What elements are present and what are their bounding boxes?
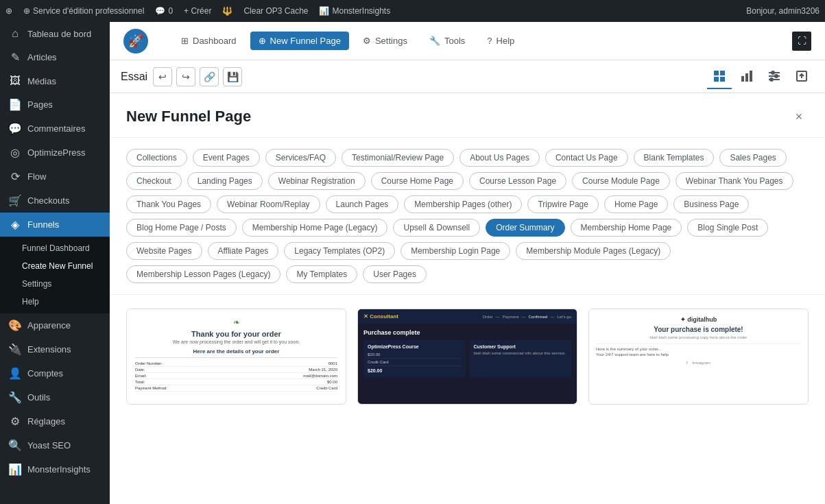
sidebar-submenu-help[interactable]: Help	[0, 293, 110, 311]
plugin-nav-create-new-funnel[interactable]: ⊕ New Funnel Page	[250, 32, 349, 50]
sidebar-item-reglages[interactable]: ⚙ Réglages	[0, 409, 110, 433]
filter-tag-event-pages[interactable]: Event Pages	[193, 149, 260, 167]
outils-icon: 🔧	[8, 391, 22, 404]
sidebar-item-optimizepress[interactable]: ◎ OptimizePress	[0, 141, 110, 165]
filter-tag-affiliate[interactable]: Affliate Pages	[208, 242, 279, 260]
filter-tag-launch-pages[interactable]: Launch Pages	[326, 195, 399, 213]
admin-bar-user[interactable]: Bonjour, admin3206	[746, 6, 820, 16]
admin-bar-create[interactable]: + Créer	[184, 6, 211, 16]
filter-tag-order-summary[interactable]: Order Summary	[486, 219, 564, 237]
sidebar-item-apparence[interactable]: 🎨 Apparence	[0, 313, 110, 337]
sidebar-item-checkouts[interactable]: 🛒 Checkouts	[0, 189, 110, 213]
admin-bar-monsterinsights[interactable]: 📊 MonsterInsights	[319, 6, 390, 16]
filter-tag-website-pages[interactable]: Website Pages	[126, 242, 202, 260]
tpl2-headline: Purchase complete	[363, 329, 571, 336]
filter-tag-home-page[interactable]: Home Page	[604, 195, 668, 213]
filter-tag-thank-you[interactable]: Thank You Pages	[126, 195, 211, 213]
undo-button[interactable]: ↩	[153, 67, 172, 86]
filter-tag-membership-home[interactable]: Membership Home Page	[571, 219, 682, 237]
admin-bar-comments[interactable]: 💬 0	[155, 6, 173, 16]
sidebar-item-flow[interactable]: ⟳ Flow	[0, 165, 110, 189]
tpl2-col-left: OptimizePress Course $20.00 Credit Card …	[363, 340, 466, 377]
filter-tag-course-module[interactable]: Course Module Page	[572, 172, 670, 190]
svg-point-10	[772, 71, 774, 74]
modal-title: New Funnel Page	[126, 108, 251, 125]
filter-tag-tripwire[interactable]: Tripwire Page	[527, 195, 599, 213]
sidebar-item-outils[interactable]: 🔧 Outils	[0, 385, 110, 409]
filter-tag-membership-module[interactable]: Membership Module Pages (Legacy)	[516, 242, 671, 260]
filter-tag-checkout[interactable]: Checkout	[126, 172, 182, 190]
sidebar-item-funnels[interactable]: ◈ Funnels	[0, 213, 110, 237]
admin-bar-site-icon[interactable]: ⊕	[5, 6, 12, 16]
save-button[interactable]: 💾	[223, 67, 242, 86]
filter-tag-webinar-registration[interactable]: Webinar Registration	[268, 172, 366, 190]
sidebar-item-comptes[interactable]: 👤 Comptes	[0, 361, 110, 385]
template-card-1[interactable]: ❧ Thank you for your order We are now pr…	[126, 309, 346, 405]
filter-tag-blog-single[interactable]: Blog Single Post	[687, 219, 768, 237]
filter-tag-landing-pages[interactable]: Landing Pages	[187, 172, 263, 190]
page-tab-sliders[interactable]	[762, 64, 787, 89]
filter-tag-testimonial[interactable]: Testimonial/Review Page	[342, 149, 454, 167]
link-button[interactable]: 🔗	[200, 67, 219, 86]
plugin-nav-help[interactable]: ? Help	[479, 32, 523, 50]
sidebar-item-extensions[interactable]: 🔌 Extensions	[0, 337, 110, 361]
admin-bar-op[interactable]: 🔱	[222, 6, 232, 16]
plugin-nav-tools[interactable]: 🔧 Tools	[421, 32, 473, 50]
filter-tag-blank-templates[interactable]: Blank Templates	[634, 149, 715, 167]
medias-icon: 🖼	[8, 75, 22, 87]
page-tab-structure[interactable]	[707, 64, 732, 89]
tpl3-footer: f Instagram	[596, 361, 801, 365]
filter-tag-upsell[interactable]: Upsell & Downsell	[393, 219, 480, 237]
filter-tag-blog-home[interactable]: Blog Home Page / Posts	[126, 219, 237, 237]
filter-tag-webinar-thank-you[interactable]: Webinar Thank You Pages	[675, 172, 793, 190]
filter-tag-legacy-op2[interactable]: Legacy Templates (OP2)	[284, 242, 395, 260]
modal-close-button[interactable]: ×	[789, 107, 809, 126]
filter-tag-webinar-room[interactable]: Webinar Room/Replay	[217, 195, 320, 213]
svg-rect-3	[720, 77, 725, 82]
articles-icon: ✎	[8, 51, 22, 64]
page-tab-export[interactable]	[789, 64, 814, 89]
sidebar-item-articles[interactable]: ✎ Articles	[0, 45, 110, 69]
create-funnel-icon: ⊕	[259, 36, 266, 46]
filter-tag-my-templates[interactable]: My Templates	[286, 265, 357, 283]
template-card-2[interactable]: ✕ Consultant Order—Payment— Confirmed—Le…	[357, 309, 577, 405]
tpl3-logo: ✦ digitalhub	[596, 316, 801, 323]
sidebar-submenu-funnel-dashboard[interactable]: Funnel Dashboard	[0, 239, 110, 257]
filter-tag-services-faq[interactable]: Services/FAQ	[265, 149, 336, 167]
filter-tag-contact-us[interactable]: Contact Us Page	[545, 149, 628, 167]
dashboard-icon: ⊞	[181, 36, 189, 46]
filter-tag-about-us[interactable]: About Us Pages	[459, 149, 540, 167]
sidebar-item-pages[interactable]: 📄 Pages	[0, 93, 110, 117]
plugin-nav-dashboard[interactable]: ⊞ Dashboard	[173, 32, 245, 50]
filter-tag-membership-login[interactable]: Membership Login Page	[400, 242, 510, 260]
fullscreen-button[interactable]: ⛶	[792, 32, 811, 51]
svg-rect-4	[741, 76, 744, 82]
filter-tag-user-pages[interactable]: User Pages	[363, 265, 427, 283]
modal-content: New Funnel Page × Collections Event Page…	[110, 93, 825, 504]
filter-tag-collections[interactable]: Collections	[126, 149, 187, 167]
sidebar-item-commentaires[interactable]: 💬 Commentaires	[0, 117, 110, 141]
template-card-3[interactable]: ✦ digitalhub Your purchase is complete! …	[588, 309, 809, 405]
plugin-nav-settings[interactable]: ⚙ Settings	[355, 32, 416, 50]
sidebar-submenu-settings[interactable]: Settings	[0, 275, 110, 293]
funnels-icon: ◈	[8, 218, 22, 231]
extensions-icon: 🔌	[8, 343, 22, 356]
admin-bar-site-name[interactable]: ⊕ Service d'édition professionnel	[23, 6, 144, 16]
filter-tag-membership-lesson[interactable]: Membership Lesson Pages (Legacy)	[126, 265, 280, 283]
redo-button[interactable]: ↪	[176, 67, 195, 86]
sidebar-item-medias[interactable]: 🖼 Médias	[0, 69, 110, 93]
svg-rect-5	[745, 73, 748, 82]
filter-tag-membership-other[interactable]: Membership Pages (other)	[404, 195, 522, 213]
filter-tag-sales-pages[interactable]: Sales Pages	[719, 149, 786, 167]
sidebar-item-tableau-de-bord[interactable]: ⌂ Tableau de bord	[0, 22, 110, 45]
sidebar-item-monsterinsights[interactable]: 📊 MonsterInsights	[0, 457, 110, 481]
sidebar-item-yoast-seo[interactable]: 🔍 Yoast SEO	[0, 433, 110, 457]
filter-tag-membership-home-legacy[interactable]: Membership Home Page (Legacy)	[242, 219, 388, 237]
filter-tag-business-page[interactable]: Business Page	[673, 195, 749, 213]
admin-bar-clear-cache[interactable]: Clear OP3 Cache	[243, 6, 308, 16]
svg-point-12	[770, 78, 773, 81]
page-tab-chart[interactable]	[734, 64, 759, 89]
filter-tag-course-lesson[interactable]: Course Lesson Page	[469, 172, 566, 190]
sidebar-submenu-create-new-funnel[interactable]: Create New Funnel	[0, 257, 110, 275]
filter-tag-course-home[interactable]: Course Home Page	[371, 172, 464, 190]
